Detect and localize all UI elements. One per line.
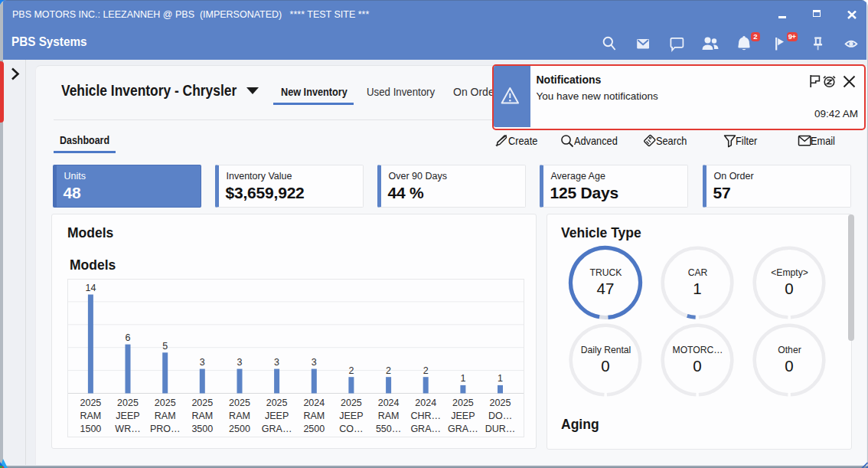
svg-text:550…: 550… [376, 424, 401, 434]
svg-text:3500: 3500 [191, 424, 213, 434]
svg-text:RAM: RAM [229, 411, 250, 421]
svg-text:JEEP: JEEP [339, 411, 363, 421]
svg-text:JEEP: JEEP [451, 411, 475, 421]
svg-text:RAM: RAM [191, 411, 213, 421]
svg-text:2500: 2500 [229, 424, 250, 434]
svg-text:1: 1 [498, 373, 503, 384]
svg-text:2025: 2025 [155, 398, 176, 408]
svg-text:3: 3 [237, 357, 243, 368]
svg-text:3: 3 [274, 357, 279, 368]
svg-text:RAM: RAM [303, 411, 325, 421]
svg-text:GRA…: GRA… [262, 424, 292, 434]
svg-text:2024: 2024 [415, 398, 436, 408]
svg-text:2025: 2025 [191, 398, 213, 408]
svg-text:2025: 2025 [452, 398, 474, 408]
svg-text:CHR…: CHR… [410, 411, 441, 421]
svg-text:1: 1 [460, 373, 465, 384]
svg-text:DUR…: DUR… [485, 424, 516, 434]
svg-text:2025: 2025 [266, 398, 288, 408]
svg-text:2025: 2025 [80, 398, 101, 408]
svg-text:CO…: CO… [339, 424, 363, 434]
svg-text:JEEP: JEEP [116, 411, 139, 421]
svg-text:JEEP: JEEP [265, 411, 289, 421]
svg-text:5: 5 [162, 341, 168, 352]
svg-text:1500: 1500 [80, 424, 101, 434]
svg-text:2025: 2025 [117, 398, 139, 408]
svg-text:2500: 2500 [303, 424, 325, 434]
svg-text:RAM: RAM [80, 411, 102, 421]
svg-text:2025: 2025 [490, 398, 511, 408]
svg-text:GRA…: GRA… [448, 424, 478, 434]
svg-text:3: 3 [312, 357, 317, 368]
svg-text:3: 3 [200, 357, 205, 368]
svg-text:DO…: DO… [488, 411, 512, 421]
svg-text:PRO…: PRO… [150, 424, 181, 434]
svg-text:14: 14 [85, 283, 96, 293]
svg-text:2024: 2024 [378, 398, 400, 408]
svg-text:2025: 2025 [229, 398, 250, 408]
svg-text:2024: 2024 [303, 398, 325, 408]
svg-text:2: 2 [386, 365, 391, 376]
svg-text:RAM: RAM [155, 411, 176, 421]
svg-text:RAM: RAM [378, 411, 400, 421]
svg-text:6: 6 [126, 332, 131, 343]
svg-text:2: 2 [348, 365, 354, 376]
svg-text:2025: 2025 [341, 398, 362, 408]
svg-text:2: 2 [423, 365, 429, 376]
svg-text:WR…: WR… [115, 424, 140, 434]
svg-text:GRA…: GRA… [410, 424, 441, 434]
